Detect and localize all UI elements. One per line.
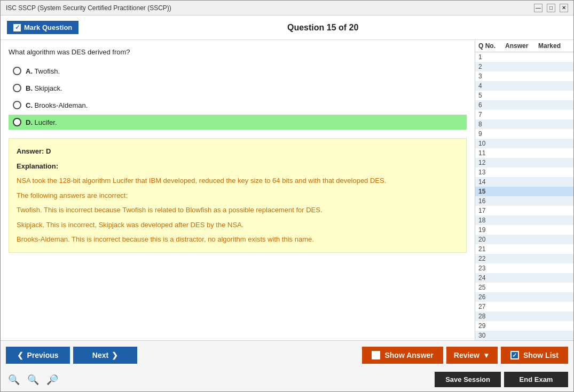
sidebar-qno-5: 5 (478, 92, 505, 99)
show-answer-button[interactable]: Show Answer (362, 347, 443, 364)
option-d[interactable]: D. Lucifer. (9, 115, 467, 130)
sidebar-row-21[interactable]: 21 (475, 244, 573, 254)
sidebar-row-4[interactable]: 4 (475, 81, 573, 91)
sidebar-qno-23: 23 (478, 265, 505, 272)
question-title: Question 15 of 20 (78, 23, 567, 33)
sidebar-row-10[interactable]: 10 (475, 139, 573, 148)
sidebar-qno-4: 4 (478, 82, 505, 90)
sidebar-qno-22: 22 (478, 255, 505, 262)
sidebar-row-11[interactable]: 11 (475, 148, 573, 158)
window-title: ISC SSCP (System Security Certified Prac… (6, 4, 171, 12)
sidebar-qno-1: 1 (478, 53, 505, 61)
next-label: Next (92, 351, 108, 359)
sidebar-row-16[interactable]: 16 (475, 196, 573, 206)
sidebar-row-1[interactable]: 1 (475, 52, 573, 62)
sidebar-header: Q No. Answer Marked (475, 40, 573, 52)
sidebar-qno-13: 13 (478, 169, 505, 176)
sidebar-qno-2: 2 (478, 63, 505, 70)
sidebar-qno-10: 10 (478, 140, 505, 147)
sidebar-row-13[interactable]: 13 (475, 167, 573, 177)
option-a[interactable]: A. Twofish. (9, 63, 467, 78)
sidebar-row-5[interactable]: 5 (475, 91, 573, 100)
sidebar-row-27[interactable]: 27 (475, 302, 573, 311)
sidebar-qno-20: 20 (478, 236, 505, 243)
window-controls: — □ ✕ (534, 4, 568, 12)
sidebar-row-7[interactable]: 7 (475, 110, 573, 119)
answer-label: Answer: D (17, 147, 51, 155)
mark-checkbox-icon: ✓ (13, 24, 21, 31)
previous-chevron-icon: ❮ (17, 351, 23, 359)
show-list-button[interactable]: ✓ Show List (501, 347, 568, 364)
sidebar-row-25[interactable]: 25 (475, 283, 573, 292)
explanation-label: Explanation: (17, 162, 58, 170)
minimize-button[interactable]: — (534, 4, 542, 12)
option-b-radio (13, 84, 21, 92)
title-bar: ISC SSCP (System Security Certified Prac… (1, 1, 573, 15)
zoom-out-button[interactable]: 🔎 (44, 373, 60, 387)
explanation-box: Answer: D Explanation: NSA took the 128-… (9, 138, 467, 253)
close-button[interactable]: ✕ (560, 4, 568, 12)
sidebar-row-20[interactable]: 20 (475, 235, 573, 244)
end-exam-button[interactable]: End Exam (504, 372, 568, 387)
sidebar-row-8[interactable]: 8 (475, 119, 573, 129)
sidebar-row-14[interactable]: 14 (475, 177, 573, 187)
main-window: ISC SSCP (System Security Certified Prac… (0, 0, 574, 392)
sidebar-header-marked: Marked (538, 42, 570, 50)
sidebar-row-2[interactable]: 2 (475, 62, 573, 71)
previous-label: Previous (27, 351, 58, 359)
explanation-line-2: The following answers are incorrect: (17, 190, 459, 201)
zoom-row: 🔍 🔍 🔎 Save Session End Exam (1, 370, 573, 391)
sidebar-qno-26: 26 (478, 293, 505, 301)
show-list-check-icon: ✓ (510, 351, 519, 359)
sidebar-qno-9: 9 (478, 130, 505, 138)
previous-button[interactable]: ❮ Previous (6, 347, 70, 364)
show-list-label: Show List (523, 351, 559, 359)
sidebar-qno-7: 7 (478, 111, 505, 118)
sidebar-row-17[interactable]: 17 (475, 206, 573, 215)
save-session-button[interactable]: Save Session (435, 372, 501, 387)
sidebar-row-23[interactable]: 23 (475, 263, 573, 273)
option-d-radio (13, 118, 21, 126)
sidebar-row-26[interactable]: 26 (475, 292, 573, 302)
maximize-button[interactable]: □ (547, 4, 555, 12)
sidebar-qno-14: 14 (478, 178, 505, 186)
review-arrow-icon: ▼ (483, 351, 490, 359)
sidebar-row-9[interactable]: 9 (475, 129, 573, 139)
option-b[interactable]: B. Skipjack. (9, 81, 467, 95)
sidebar-qno-30: 30 (478, 332, 505, 339)
show-answer-label: Show Answer (384, 351, 433, 359)
option-c[interactable]: C. Brooks-Aldeman. (9, 98, 467, 113)
sidebar-row-30[interactable]: 30 (475, 331, 573, 340)
sidebar-qno-29: 29 (478, 322, 505, 330)
explanation-line-1: NSA took the 128-bit algorithm Lucifer t… (17, 175, 459, 186)
sidebar-qno-18: 18 (478, 217, 505, 224)
button-row: ❮ Previous Next ❯ Show Answer Review ▼ ✓… (1, 341, 573, 370)
next-button[interactable]: Next ❯ (73, 347, 137, 364)
sidebar-qno-15: 15 (478, 188, 505, 195)
sidebar-qno-21: 21 (478, 245, 505, 253)
sidebar-qno-12: 12 (478, 159, 505, 166)
zoom-in-button[interactable]: 🔍 (6, 373, 22, 387)
sidebar-row-12[interactable]: 12 (475, 158, 573, 167)
sidebar-qno-3: 3 (478, 73, 505, 80)
sidebar-row-19[interactable]: 19 (475, 225, 573, 235)
review-button[interactable]: Review ▼ (446, 347, 498, 364)
sidebar-qno-25: 25 (478, 284, 505, 291)
sidebar-row-6[interactable]: 6 (475, 100, 573, 110)
bottom-bar: ❮ Previous Next ❯ Show Answer Review ▼ ✓… (1, 340, 573, 391)
sidebar-row-15[interactable]: 15 (475, 187, 573, 196)
sidebar-row-24[interactable]: 24 (475, 273, 573, 283)
option-d-text: D. Lucifer. (26, 118, 57, 126)
mark-question-button[interactable]: ✓ Mark Question (7, 21, 78, 34)
zoom-reset-button[interactable]: 🔍 (25, 373, 41, 387)
show-answer-icon (372, 351, 380, 359)
sidebar-row-18[interactable]: 18 (475, 215, 573, 225)
sidebar-row-22[interactable]: 22 (475, 254, 573, 263)
sidebar-row-29[interactable]: 29 (475, 321, 573, 331)
main-content: What algorithm was DES derived from? A. … (1, 40, 573, 340)
question-text: What algorithm was DES derived from? (9, 48, 467, 56)
sidebar-row-28[interactable]: 28 (475, 311, 573, 321)
explanation-line-5: Brooks-Aldeman. This is incorrect becaus… (17, 234, 459, 245)
sidebar-row-3[interactable]: 3 (475, 71, 573, 81)
option-c-text: C. Brooks-Aldeman. (26, 101, 88, 109)
